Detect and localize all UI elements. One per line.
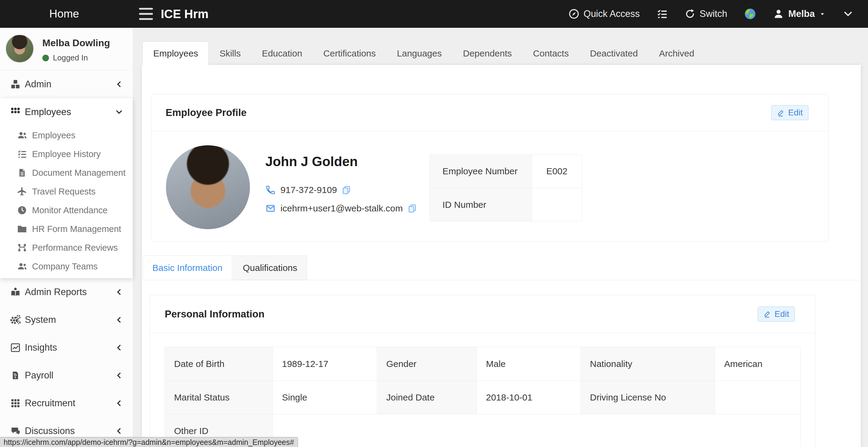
chevron-left-icon (115, 399, 123, 407)
caret-down-icon (819, 10, 826, 17)
sidebar-item-label: Discussions (25, 425, 75, 437)
field-value: Male (477, 347, 581, 381)
employee-email-row: icehrm+user1@web-stalk.com (266, 203, 417, 214)
tab-skills[interactable]: Skills (209, 41, 251, 65)
sidebar-subitem-monitor-attendance[interactable]: Monitor Attendance (0, 201, 133, 220)
employee-photo (166, 145, 250, 229)
tab-certifications[interactable]: Certifications (313, 41, 386, 65)
app-brand[interactable]: ICE Hrm (161, 0, 209, 28)
tab-archived[interactable]: Archived (648, 41, 705, 65)
chevron-left-icon (115, 316, 123, 324)
sidebar-subitem-label: HR Form Management (32, 224, 121, 234)
sidebar-subitem-document-management[interactable]: Document Management (0, 163, 133, 182)
login-status: Logged In (42, 53, 88, 63)
table-row: Marital Status Single Joined Date 2018-1… (165, 381, 800, 414)
tab-dependents[interactable]: Dependents (453, 41, 523, 65)
phone-icon (266, 185, 276, 195)
chevron-left-icon (115, 81, 123, 88)
personal-information-title: Personal Information (165, 308, 265, 320)
tab-employees[interactable]: Employees (142, 41, 209, 65)
employee-phone-row: 917-372-9109 (266, 185, 351, 195)
sidebar-item-label: Employees (25, 107, 71, 118)
personal-information-table: Date of Birth 1989-12-17 Gender Male Nat… (165, 347, 801, 447)
copy-icon[interactable] (408, 203, 417, 213)
status-label: Logged In (53, 53, 88, 63)
employee-number-value: E002 (532, 155, 582, 188)
employee-profile-card: Employee Profile Edit John J Golden 917-… (151, 94, 829, 242)
field-value: Single (273, 381, 377, 414)
tab-deactivated[interactable]: Deactivated (579, 41, 648, 65)
tasks-icon[interactable] (657, 8, 668, 19)
sidebar-subitem-employees[interactable]: Employees (0, 126, 133, 145)
users-icon (16, 261, 28, 272)
id-number-value (532, 188, 582, 221)
field-label: Nationality (581, 347, 715, 381)
users-icon (16, 130, 28, 141)
employees-submenu-panel: Employees Employees Employee History Doc… (0, 98, 133, 278)
th-grid-icon (8, 397, 22, 409)
field-label: Driving License No (581, 381, 715, 414)
collapse-navbar-chevron-icon[interactable] (843, 8, 854, 19)
personal-information-edit-button[interactable]: Edit (758, 307, 795, 322)
tab-languages[interactable]: Languages (386, 41, 452, 65)
email-icon (266, 204, 276, 213)
file-icon (16, 167, 28, 178)
field-value: American (715, 347, 800, 381)
sidebar-subitem-label: Monitor Attendance (32, 205, 107, 215)
tab-qualifications[interactable]: Qualifications (233, 256, 307, 280)
hamburger-menu-icon[interactable] (139, 8, 153, 20)
employee-email[interactable]: icehrm+user1@web-stalk.com (280, 203, 403, 214)
switch-label: Switch (700, 8, 727, 19)
field-value (715, 381, 800, 414)
sidebar-subitem-label: Employees (32, 130, 75, 140)
globe-language-icon[interactable] (744, 8, 756, 20)
employee-id-table: Employee Number E002 ID Number (430, 154, 582, 221)
quick-access-button[interactable]: Quick Access (568, 8, 640, 19)
chevron-left-icon (115, 372, 123, 379)
employee-name: John J Golden (266, 154, 358, 169)
sidebar-subitem-label: Performance Reviews (32, 243, 118, 253)
pen-icon (777, 109, 785, 117)
personal-information-header: Personal Information Edit (150, 295, 815, 333)
sidebar-item-employees-group[interactable]: Employees (0, 98, 133, 126)
sidebar-item-admin[interactable]: Admin (0, 70, 133, 98)
field-value: 2018-10-01 (477, 381, 581, 414)
sidebar-item-payroll[interactable]: $ Payroll (0, 361, 133, 389)
module-tab-strip: Employees Skills Education Certification… (142, 41, 705, 65)
sidebar-subitem-label: Employee History (32, 149, 101, 159)
pen-icon (764, 310, 772, 318)
sidebar-subitem-employee-history[interactable]: Employee History (0, 145, 133, 163)
switch-button[interactable]: Switch (685, 8, 727, 19)
field-value (273, 414, 800, 447)
copy-icon[interactable] (342, 185, 351, 195)
sidebar-item-admin-reports[interactable]: Admin Reports (0, 278, 133, 306)
employee-profile-edit-button[interactable]: Edit (771, 105, 808, 120)
clock-icon (16, 205, 28, 216)
comments-icon (8, 425, 22, 437)
svg-text:$: $ (14, 375, 16, 379)
status-bar-url: https://icehrm.com/app/demo-icehrm/?g=ad… (4, 438, 294, 447)
home-link[interactable]: Home (49, 0, 79, 28)
sidebar-item-insights[interactable]: Insights (0, 334, 133, 361)
avatar (5, 34, 34, 63)
user-icon (773, 8, 784, 19)
tab-content-panel: Employee Profile Edit John J Golden 917-… (142, 65, 861, 447)
navbar-right-cluster: Quick Access Switch Melba (568, 0, 854, 28)
tab-education[interactable]: Education (251, 41, 312, 65)
sidebar-item-recruitment[interactable]: Recruitment (0, 389, 133, 417)
sidebar-subitem-hr-form-management[interactable]: HR Form Management (0, 220, 133, 238)
sidebar-subitem-performance-reviews[interactable]: Performance Reviews (0, 238, 133, 257)
user-menu[interactable]: Melba (773, 8, 826, 19)
tab-contacts[interactable]: Contacts (523, 41, 579, 65)
sidebar-subitem-company-teams[interactable]: Company Teams (0, 257, 133, 276)
grid-icon (8, 106, 22, 118)
tab-basic-information[interactable]: Basic Information (143, 256, 232, 280)
detail-tab-strip: Basic Information Qualifications (143, 256, 860, 280)
table-row: Date of Birth 1989-12-17 Gender Male Nat… (165, 347, 800, 381)
employee-phone[interactable]: 917-372-9109 (280, 185, 337, 195)
sidebar-subitem-travel-requests[interactable]: Travel Requests (0, 182, 133, 201)
compass-icon (568, 8, 579, 19)
sidebar-item-system[interactable]: System (0, 306, 133, 334)
personal-information-card: Personal Information Edit Date of Birth … (150, 295, 815, 447)
sidebar-item-label: Payroll (25, 370, 54, 381)
